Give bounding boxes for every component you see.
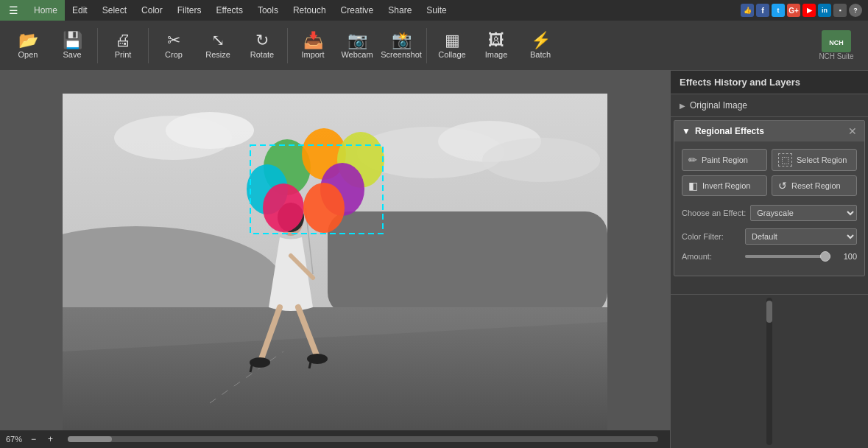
linkedin-icon[interactable]: in (818, 4, 831, 17)
twitter-icon[interactable]: t (772, 4, 785, 17)
panel-scrollbar[interactable] (766, 298, 772, 445)
google-icon[interactable]: G+ (787, 4, 800, 17)
canvas-image (63, 94, 607, 433)
effect-select[interactable]: Grayscale Blur Sharpen Brightness Contra… (750, 205, 857, 221)
menu-item-home[interactable]: Home (27, 0, 65, 21)
paint-region-button[interactable]: ✏ Paint Region (682, 149, 767, 171)
crop-button[interactable]: ✂ Crop (152, 24, 196, 68)
right-panel: Effects History and Layers ▶ Original Im… (670, 71, 868, 448)
invert-region-button[interactable]: ◧ Invert Region (682, 175, 767, 196)
horizontal-scroll-thumb[interactable] (68, 436, 112, 442)
facebook-icon[interactable]: f (756, 4, 769, 17)
amount-slider-thumb[interactable] (820, 251, 830, 262)
social-icons: 👍 f t G+ ▶ in ▪ ? (741, 4, 862, 17)
menu-icon[interactable]: ☰ (0, 0, 27, 21)
menu-item-effects[interactable]: Effects (208, 0, 250, 21)
canvas-area[interactable]: 67% − + (0, 71, 670, 448)
effect-label: Choose an Effect: (682, 209, 746, 217)
hamburger-icon: ☰ (9, 4, 18, 16)
open-button[interactable]: 📂 Open (6, 24, 50, 68)
collage-icon: ▦ (445, 32, 460, 49)
amount-slider-track[interactable] (745, 255, 830, 258)
open-label: Open (18, 50, 38, 59)
amount-slider-row: Amount: 100 (682, 252, 857, 261)
print-button[interactable]: 🖨 Print (101, 24, 145, 68)
resize-button[interactable]: ⤡ Resize (196, 24, 240, 68)
zoom-in-button[interactable]: + (45, 434, 56, 444)
region-buttons-grid: ✏ Paint Region ⬚ Select Region ◧ Invert … (682, 149, 857, 196)
menu-item-select[interactable]: Select (95, 0, 134, 21)
screenshot-icon: 📸 (392, 32, 412, 49)
menu-right: 👍 f t G+ ▶ in ▪ ? (741, 4, 868, 17)
help-icon[interactable]: ? (849, 4, 862, 17)
menu-item-creative[interactable]: Creative (334, 0, 381, 21)
amount-label: Amount: (682, 252, 741, 261)
regional-effects-section: ▼ Regional Effects ✕ ✏ Paint Region ⬚ Se… (674, 120, 865, 276)
svg-point-30 (303, 183, 345, 233)
menu-item-share[interactable]: Share (381, 0, 419, 21)
svg-point-4 (166, 112, 254, 149)
toolbar-separator-3 (287, 28, 288, 63)
screenshot-label: Screenshot (381, 50, 422, 59)
resize-label: Resize (205, 50, 230, 59)
batch-icon: ⚡ (531, 32, 551, 49)
menu-item-filters[interactable]: Filters (170, 0, 209, 21)
crop-icon: ✂ (167, 32, 180, 49)
color-filter-row: Color Filter: Default Warm Cool Sepia (682, 228, 857, 245)
rotate-button[interactable]: ↻ Rotate (240, 24, 284, 68)
svg-text:NCH: NCH (829, 39, 844, 46)
original-image-item[interactable]: ▶ Original Image (671, 97, 868, 113)
svg-point-7 (482, 138, 600, 182)
menu-item-color[interactable]: Color (134, 0, 170, 21)
canvas-container (63, 94, 607, 433)
invert-region-label: Invert Region (702, 181, 750, 190)
paint-region-label: Paint Region (702, 155, 748, 164)
import-button[interactable]: 📥 Import (291, 24, 335, 68)
batch-label: Batch (530, 50, 551, 59)
youtube-icon[interactable]: ▶ (802, 4, 816, 17)
save-icon: 💾 (63, 32, 82, 49)
nch-suite-button[interactable]: NCH NCH Suite (811, 24, 862, 68)
extra-icon[interactable]: ▪ (833, 4, 847, 17)
effect-control-row: Choose an Effect: Grayscale Blur Sharpen… (682, 205, 857, 221)
batch-button[interactable]: ⚡ Batch (518, 24, 562, 68)
thumbs-icon[interactable]: 👍 (741, 4, 754, 17)
regional-effects-header[interactable]: ▼ Regional Effects ✕ (674, 121, 864, 141)
reset-region-button[interactable]: ↺ Reset Region (772, 175, 857, 196)
rotate-label: Rotate (250, 50, 274, 59)
panel-scroll-thumb[interactable] (766, 301, 772, 323)
menu-item-tools[interactable]: Tools (250, 0, 286, 21)
resize-icon: ⤡ (211, 32, 225, 49)
zoom-out-button[interactable]: − (28, 434, 39, 444)
color-filter-select[interactable]: Default Warm Cool Sepia (745, 228, 857, 245)
panel-title: Effects History and Layers (671, 71, 868, 94)
screenshot-button[interactable]: 📸 Screenshot (379, 24, 423, 68)
horizontal-scrollbar[interactable] (68, 436, 658, 442)
zoom-percentage: 67% (6, 435, 22, 444)
rotate-icon: ↻ (255, 32, 269, 49)
photo-svg (63, 94, 607, 433)
webcam-label: Webcam (341, 50, 373, 59)
menu-item-retouch[interactable]: Retouch (286, 0, 334, 21)
svg-point-29 (263, 183, 304, 232)
select-icon: ⬚ (778, 153, 792, 167)
open-icon: 📂 (18, 32, 38, 49)
regional-effects-body: ✏ Paint Region ⬚ Select Region ◧ Invert … (674, 141, 864, 276)
menu-item-suite[interactable]: Suite (419, 0, 454, 21)
webcam-button[interactable]: 📷 Webcam (335, 24, 379, 68)
toolbar: 📂 Open 💾 Save 🖨 Print ✂ Crop ⤡ Resize ↻ … (0, 21, 868, 71)
image-button[interactable]: 🖼 Image (474, 24, 518, 68)
collage-button[interactable]: ▦ Collage (430, 24, 474, 68)
status-bar: 67% − + (0, 430, 670, 448)
image-icon: 🖼 (488, 32, 504, 49)
paint-icon: ✏ (688, 154, 697, 166)
main-area: 67% − + Effects History and Layers ▶ Ori… (0, 71, 868, 448)
select-region-button[interactable]: ⬚ Select Region (772, 149, 857, 171)
reset-region-label: Reset Region (791, 181, 841, 190)
regional-effects-close-button[interactable]: ✕ (848, 125, 857, 137)
toolbar-separator-1 (97, 28, 98, 63)
save-button[interactable]: 💾 Save (50, 24, 94, 68)
collapse-arrow-icon: ▶ (680, 102, 685, 110)
amount-slider-fill (745, 255, 830, 258)
menu-item-edit[interactable]: Edit (65, 0, 95, 21)
